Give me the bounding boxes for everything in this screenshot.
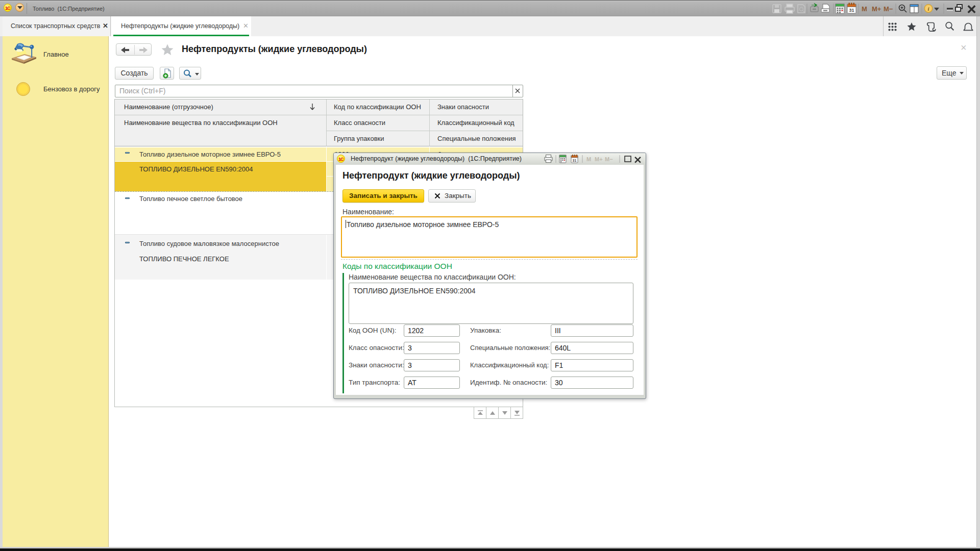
svg-text:M+: M+: [872, 5, 881, 13]
svg-text:M−: M−: [605, 156, 613, 162]
svg-text:M: M: [586, 156, 591, 162]
svg-text:31: 31: [849, 8, 854, 13]
svg-text:M−: M−: [884, 5, 893, 13]
svg-text:M: M: [862, 5, 867, 13]
svg-text:31: 31: [573, 159, 577, 162]
svg-text:M+: M+: [595, 156, 603, 162]
